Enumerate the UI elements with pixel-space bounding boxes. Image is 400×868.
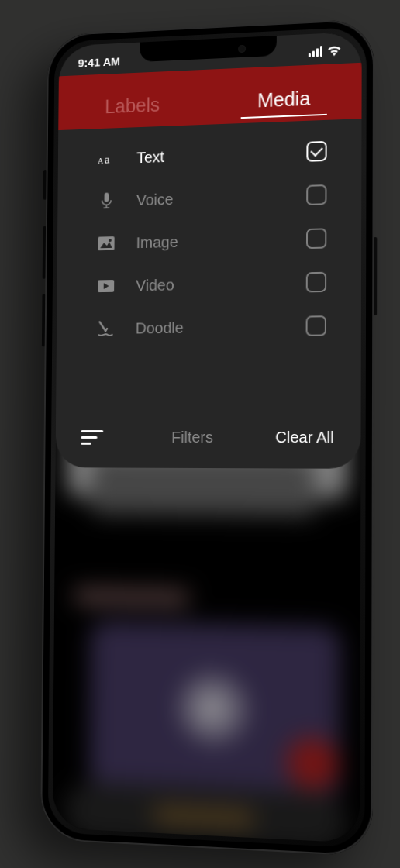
- checkbox[interactable]: [306, 272, 326, 293]
- filters-label: Filters: [111, 428, 276, 446]
- filter-label: Text: [136, 143, 306, 166]
- svg-rect-2: [105, 193, 109, 202]
- filter-label: Video: [136, 274, 306, 294]
- filter-row-image[interactable]: Image: [57, 215, 361, 266]
- filter-label: Image: [136, 230, 307, 252]
- screen: 9:41 AM Labels Media Aa: [53, 32, 362, 843]
- video-icon: [95, 279, 116, 293]
- image-icon: [96, 236, 117, 251]
- svg-rect-5: [98, 236, 114, 250]
- filter-label: Voice: [136, 186, 306, 208]
- status-time: 9:41 AM: [78, 54, 121, 69]
- filter-label: Doodle: [136, 317, 306, 337]
- checkbox[interactable]: [306, 228, 326, 249]
- filter-row-text[interactable]: Aa Text: [58, 128, 362, 181]
- cellular-signal-icon: [309, 46, 322, 57]
- tab-labels[interactable]: Labels: [58, 91, 207, 130]
- checkbox[interactable]: [306, 141, 326, 162]
- svg-text:A: A: [98, 157, 104, 165]
- checkbox[interactable]: [306, 315, 326, 336]
- filter-row-doodle[interactable]: Doodle: [57, 303, 361, 350]
- phone-frame: 9:41 AM Labels Media Aa: [40, 19, 374, 856]
- clear-all-button[interactable]: Clear All: [275, 428, 334, 446]
- panel-footer: Filters Clear All: [56, 405, 361, 468]
- text-icon: Aa: [96, 151, 117, 165]
- sort-icon[interactable]: [81, 430, 111, 445]
- checkbox[interactable]: [306, 184, 326, 205]
- svg-text:a: a: [105, 153, 110, 166]
- filter-panel: 9:41 AM Labels Media Aa: [56, 32, 362, 469]
- filter-row-voice[interactable]: Voice: [57, 172, 361, 224]
- media-filter-list: Aa Text Voice: [56, 119, 361, 407]
- doodle-icon: [95, 320, 116, 337]
- microphone-icon: [96, 191, 117, 210]
- filter-row-video[interactable]: Video: [57, 260, 361, 308]
- tab-media[interactable]: Media: [207, 85, 361, 125]
- wifi-icon: [327, 45, 341, 57]
